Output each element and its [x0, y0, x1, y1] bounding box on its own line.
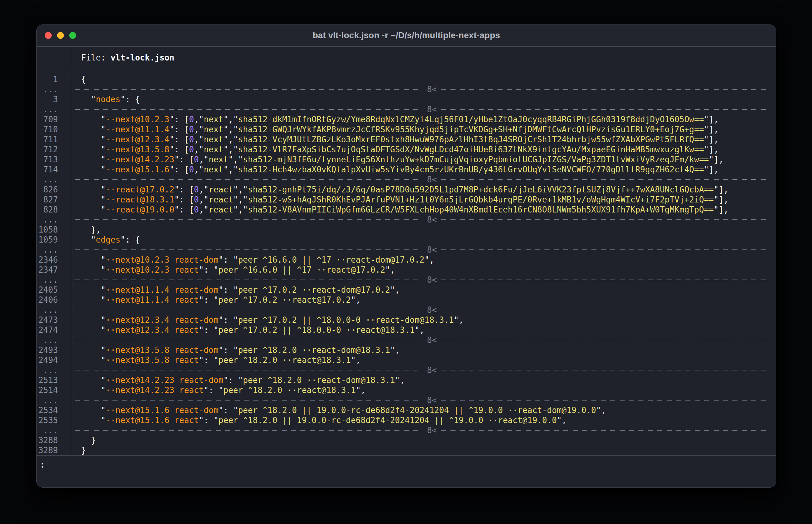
scissors-marker: 8<: [427, 175, 437, 184]
code-line: 710 "··next@11.1.4": [0,"next","sha512-G…: [37, 125, 776, 134]
code-line: 714 "··next@15.1.6": [0,"next","sha512-H…: [37, 165, 776, 175]
snip-dash-right: [441, 249, 766, 250]
code-line: 709 "··next@10.2.3": [0,"next","sha512-d…: [37, 114, 776, 125]
line-number: ...: [37, 335, 72, 345]
desktop-background: bat vlt-lock.json -r ~/D/s/h/multiple-ne…: [0, 0, 812, 524]
snip-divider: 8<: [72, 395, 776, 405]
code-line: 3289}: [37, 445, 776, 455]
pager-prompt-input[interactable]: :: [40, 460, 45, 470]
code-text: "··react@18.3.1": [0,"react","sha512-wS+…: [72, 195, 776, 204]
snip-dash-right: [441, 280, 766, 280]
close-button[interactable]: [45, 32, 52, 39]
line-number: 709: [37, 114, 72, 125]
snip-dash-right: [441, 310, 766, 310]
code-text: "edges": {: [72, 235, 776, 245]
code-line: 2473 "··next@12.3.4 react-dom": "peer ^1…: [37, 315, 776, 325]
snip-dash-left: [75, 310, 423, 310]
code-line: 1{: [37, 74, 776, 84]
minimize-button[interactable]: [57, 32, 64, 39]
scissors-marker: 8<: [427, 365, 437, 375]
code-line: 826 "··react@17.0.2": [0,"react","sha512…: [37, 184, 776, 195]
code-line: 827 "··react@18.3.1": [0,"react","sha512…: [37, 195, 776, 204]
window-titlebar[interactable]: bat vlt-lock.json -r ~/D/s/h/multiple-ne…: [37, 25, 776, 47]
code-text: "··next@12.3.4 react": "peer ^17.0.2 || …: [72, 325, 776, 335]
code-line: 2493 "··next@13.5.8 react-dom": "peer ^1…: [37, 345, 776, 355]
snip-dash-left: [75, 340, 423, 340]
scissors-marker: 8<: [427, 275, 437, 285]
snip-line: ...8<: [37, 335, 776, 345]
snip-divider: 8<: [72, 425, 776, 435]
scissors-marker: 8<: [427, 305, 437, 315]
code-text: "··next@13.5.8": [0,"next","sha512-VlR7F…: [72, 145, 776, 154]
snip-dash-left: [75, 370, 423, 371]
code-text: "··next@13.5.8 react": "peer ^18.2.0 ··r…: [72, 355, 776, 365]
snip-dash-left: [75, 219, 423, 220]
code-line: 713 "··next@14.2.23": [0,"next","sha512-…: [37, 154, 776, 165]
code-text: "··next@11.1.4 react-dom": "peer ^17.0.2…: [72, 285, 776, 295]
scissors-marker: 8<: [427, 245, 437, 255]
line-number: 2473: [37, 315, 72, 325]
code-line: 2534 "··next@15.1.6 react-dom": "peer ^1…: [37, 405, 776, 415]
snip-line: ...8<: [37, 215, 776, 225]
snip-divider: 8<: [72, 215, 776, 225]
code-rows: 1{...8<3 "nodes": {...8<709 "··next@10.2…: [37, 69, 776, 455]
snip-dash-right: [441, 179, 766, 180]
snip-divider: 8<: [72, 84, 776, 94]
file-label: File:: [81, 53, 105, 62]
snip-line: ...8<: [37, 84, 776, 94]
zoom-button[interactable]: [69, 32, 76, 39]
snip-line: ...8<: [37, 305, 776, 315]
snip-dash-right: [441, 340, 766, 340]
code-line: 3288 }: [37, 435, 776, 445]
line-number: ...: [37, 275, 72, 285]
code-text: "··next@11.1.4": [0,"next","sha512-GWQJr…: [72, 125, 776, 134]
line-number: 2494: [37, 355, 72, 365]
scissors-marker: 8<: [427, 215, 437, 225]
code-line: 3 "nodes": {: [37, 94, 776, 104]
code-line: 711 "··next@12.3.4": [0,"next","sha512-V…: [37, 134, 776, 145]
code-line: 2474 "··next@12.3.4 react": "peer ^17.0.…: [37, 325, 776, 335]
traffic-light-group: [45, 25, 76, 46]
code-line: 828 "··react@19.0.0": [0,"react","sha512…: [37, 204, 776, 215]
line-number: 1059: [37, 235, 72, 245]
code-text: "··next@11.1.4 react": "peer ^17.0.2 ··r…: [72, 295, 776, 305]
code-line: 2346 "··next@10.2.3 react-dom": "peer ^1…: [37, 255, 776, 265]
scissors-marker: 8<: [427, 104, 437, 114]
line-number: ...: [37, 305, 72, 315]
snip-dash-right: [441, 109, 766, 110]
snip-divider: 8<: [72, 275, 776, 285]
line-number: ...: [37, 215, 72, 225]
code-text: "··next@15.1.6 react": "peer ^18.2.0 || …: [72, 415, 776, 425]
line-number: ...: [37, 245, 72, 255]
code-line: 2406 "··next@11.1.4 react": "peer ^17.0.…: [37, 295, 776, 305]
snip-divider: 8<: [72, 175, 776, 184]
scissors-marker: 8<: [427, 84, 437, 94]
code-line: 712 "··next@13.5.8": [0,"next","sha512-V…: [37, 145, 776, 154]
snip-dash-left: [75, 89, 423, 89]
line-number: 2514: [37, 385, 72, 395]
code-text: "··next@15.1.6 react-dom": "peer ^18.2.0…: [72, 405, 776, 415]
snip-divider: 8<: [72, 365, 776, 375]
code-text: "··next@13.5.8 react-dom": "peer ^18.2.0…: [72, 345, 776, 355]
gutter-header-spacer: [37, 47, 72, 69]
code-text: "··next@10.2.3": [0,"next","sha512-dkM1m…: [72, 114, 776, 125]
line-number: 2513: [37, 375, 72, 385]
line-number: 2535: [37, 415, 72, 425]
snip-divider: 8<: [72, 245, 776, 255]
line-number: 3: [37, 94, 72, 104]
scissors-marker: 8<: [427, 335, 437, 345]
snip-dash-left: [75, 280, 423, 280]
code-text: "··next@10.2.3 react-dom": "peer ^16.6.0…: [72, 255, 776, 265]
snip-dash-right: [441, 400, 766, 400]
line-number: 3288: [37, 435, 72, 445]
window-title: bat vlt-lock.json -r ~/D/s/h/multiple-ne…: [312, 30, 500, 40]
snip-divider: 8<: [72, 305, 776, 315]
code-text: "··next@14.2.23": [0,"next","sha512-mjN3…: [72, 154, 776, 165]
snip-dash-right: [441, 430, 766, 431]
line-number: 2493: [37, 345, 72, 355]
line-number: 3289: [37, 445, 72, 455]
snip-divider: 8<: [72, 335, 776, 345]
line-number: 713: [37, 154, 72, 165]
snip-dash-left: [75, 179, 423, 180]
snip-dash-left: [75, 430, 423, 431]
